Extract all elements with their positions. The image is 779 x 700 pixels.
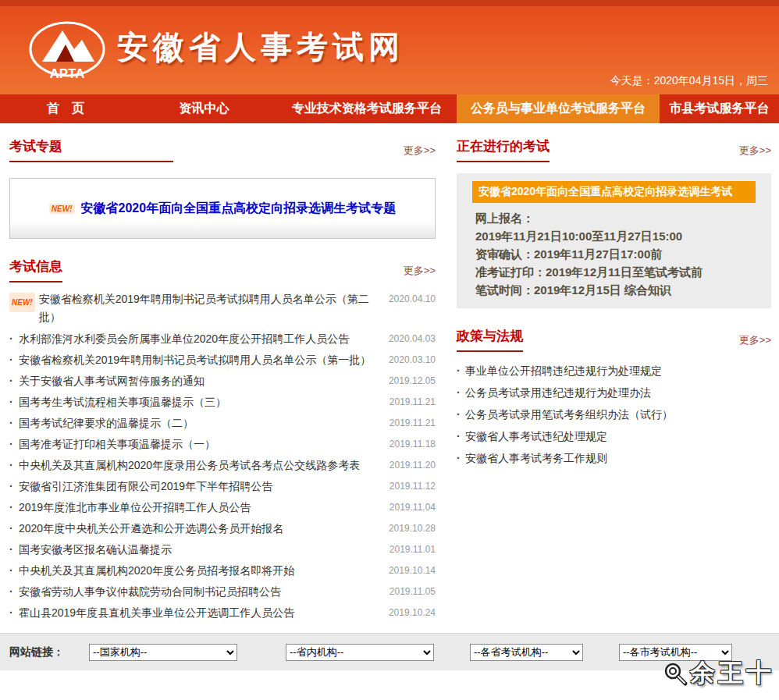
nav-item-news-center[interactable]: 资讯中心 (131, 94, 277, 123)
dropdown-national-agencies[interactable]: --国家机构-- (89, 644, 237, 661)
news-date: 2020.04.03 (379, 329, 436, 350)
new-icon: NEW! (9, 293, 35, 312)
left-column: 考试专题 更多>> NEW! 安徽省2020年面向全国重点高校定向招录选调生考试… (9, 137, 436, 633)
section-title-exam-info: 考试信息 (9, 258, 62, 282)
exam-detail-line: 网上报名： (475, 209, 760, 227)
site-header: APTA 安徽省人事考试网 今天是：2020年04月15日，周三 (0, 6, 779, 94)
section-title-ongoing-exam: 正在进行的考试 (457, 137, 550, 162)
news-row: 安徽省劳动人事争议仲裁院劳动合同制书记员招聘公告 2019.11.05 (9, 581, 436, 602)
policy-link[interactable]: 公务员考试录用违纪违规行为处理办法 (465, 382, 651, 403)
news-link[interactable]: 中央机关及其直属机构2020年度公务员招考报名即将开始 (19, 560, 379, 581)
nav-item-home[interactable]: 首 页 (0, 94, 131, 123)
news-date: 2019.11.20 (379, 455, 436, 476)
news-link[interactable]: 关于安徽省人事考试网暂停服务的通知 (19, 371, 379, 392)
dropdown-city-exam-agencies[interactable]: --各市考试机构-- (619, 644, 732, 661)
site-footer: 网站链接： --国家机构-- --省内机构-- --各省考试机构-- --各市考… (0, 633, 779, 670)
section-exam-topics-header: 考试专题 更多>> (9, 137, 436, 162)
news-date: 2019.11.12 (379, 476, 436, 497)
news-link[interactable]: 中央机关及其直属机构2020年度录用公务员考试各考点公交线路参考表 (19, 455, 379, 476)
top-strip (0, 0, 779, 6)
right-column: 正在进行的考试 更多>> 安徽省2020年面向全国重点高校定向招录选调生考试 网… (457, 137, 771, 633)
news-row: 水利部淮河水利委员会所属事业单位2020年度公开招聘工作人员公告 2020.04… (9, 329, 436, 350)
news-link[interactable]: 国考考生考试流程相关事项温馨提示（三） (19, 392, 379, 413)
news-link[interactable]: 国考准考证打印相关事项温馨提示（一） (19, 434, 379, 455)
exam-detail-line: 准考证打印：2019年12月11日至笔试考试前 (475, 263, 760, 281)
news-date: 2019.10.14 (379, 560, 436, 581)
site-title: 安徽省人事考试网 (117, 26, 404, 69)
nav-item-professional-platform[interactable]: 专业技术资格考试服务平台 (277, 94, 457, 123)
news-date: 2020.03.10 (379, 350, 436, 371)
featured-topic-box: NEW! 安徽省2020年面向全国重点高校定向招录选调生考试专题 (9, 178, 436, 239)
news-link[interactable]: 2020年度中央机关公开遴选和公开选调公务员开始报名 (19, 518, 379, 539)
more-link-exam-info[interactable]: 更多>> (404, 264, 436, 282)
section-policies-header: 政策与法规 更多>> (457, 327, 771, 352)
news-row: 国考准考证打印相关事项温馨提示（一） 2019.11.18 (9, 434, 436, 455)
news-link[interactable]: 国考考试纪律要求的温馨提示（二） (19, 413, 379, 434)
nav-item-city-county-platform[interactable]: 市县考试服务平台 (660, 94, 779, 123)
section-ongoing-exam-header: 正在进行的考试 更多>> (457, 137, 771, 162)
news-link[interactable]: 安徽省引江济淮集团有限公司2019年下半年招聘公告 (19, 476, 379, 497)
news-date: 2019.10.28 (379, 518, 436, 539)
news-row: 关于安徽省人事考试网暂停服务的通知 2019.12.05 (9, 371, 436, 392)
section-title-policies: 政策与法规 (457, 327, 523, 352)
news-row: 2019年度淮北市事业单位公开招聘工作人员公告 2019.11.04 (9, 497, 436, 518)
news-row: 安徽省引江济淮集团有限公司2019年下半年招聘公告 2019.11.12 (9, 476, 436, 497)
news-date: 2019.11.05 (379, 581, 436, 602)
section-exam-info-header: 考试信息 更多>> (9, 258, 436, 282)
news-date: 2019.11.01 (379, 539, 436, 560)
policy-link[interactable]: 事业单位公开招聘违纪违规行为处理规定 (465, 360, 662, 382)
news-link[interactable]: 安徽省检察机关2019年聘用制书记员考试拟聘用人员名单公示（第一批） (19, 350, 379, 371)
policy-row: 安徽省人事考试违纪处理规定 (457, 425, 771, 447)
more-link-exam-topics[interactable]: 更多>> (404, 144, 436, 162)
ongoing-exam-details: 网上报名： 2019年11月21日10:00至11月27日15:00 资审确认：… (468, 209, 760, 299)
main-content: 考试专题 更多>> NEW! 安徽省2020年面向全国重点高校定向招录选调生考试… (0, 123, 779, 633)
news-date: 2019.12.05 (379, 371, 436, 392)
ongoing-exam-box: 安徽省2020年面向全国重点高校定向招录选调生考试 网上报名： 2019年11月… (457, 173, 771, 308)
more-link-policies[interactable]: 更多>> (739, 333, 771, 352)
news-date: 2019.11.18 (379, 434, 436, 455)
apta-logo-icon: APTA (28, 20, 106, 82)
news-row: 国考安徽考区报名确认温馨提示 2019.11.01 (9, 539, 436, 560)
news-date: 2019.11.04 (379, 497, 436, 518)
more-link-ongoing-exam[interactable]: 更多>> (739, 144, 771, 162)
news-row: 中央机关及其直属机构2020年度公务员招考报名即将开始 2019.10.14 (9, 560, 436, 581)
news-row: 霍山县2019年度县直机关事业单位公开选调工作人员公告 2019.10.24 (9, 602, 436, 624)
news-link[interactable]: 安徽省劳动人事争议仲裁院劳动合同制书记员招聘公告 (19, 581, 379, 602)
new-icon: NEW! (49, 204, 75, 214)
news-date: 2019.10.24 (379, 602, 436, 624)
dropdown-province-exam-agencies[interactable]: --各省考试机构-- (470, 644, 583, 661)
dropdown-provincial-agencies[interactable]: --省内机构-- (286, 644, 434, 661)
news-date: 2020.04.10 (379, 290, 436, 308)
exam-detail-line: 2019年11月21日10:00至11月27日15:00 (475, 227, 760, 245)
news-link[interactable]: 霍山县2019年度县直机关事业单位公开选调工作人员公告 (19, 602, 379, 624)
main-nav: 首 页 资讯中心 专业技术资格考试服务平台 公务员与事业单位考试服务平台 市县考… (0, 94, 779, 123)
news-date: 2019.11.21 (379, 413, 436, 434)
policy-row: 公务员考试录用违纪违规行为处理办法 (457, 382, 771, 403)
news-row: NEW! 安徽省检察机关2019年聘用制书记员考试拟聘用人员名单公示（第二批） … (9, 289, 436, 329)
exam-detail-line: 资审确认：2019年11月27日17:00前 (475, 245, 760, 263)
exam-info-list: NEW! 安徽省检察机关2019年聘用制书记员考试拟聘用人员名单公示（第二批） … (9, 289, 436, 624)
policy-link[interactable]: 公务员考试录用笔试考务组织办法（试行） (465, 403, 673, 425)
exam-detail-line: 笔试时间：2019年12月15日 综合知识 (475, 281, 760, 299)
news-row: 国考考试纪律要求的温馨提示（二） 2019.11.21 (9, 413, 436, 434)
news-row: 2020年度中央机关公开遴选和公开选调公务员开始报名 2019.10.28 (9, 518, 436, 539)
logo-text: APTA (49, 66, 84, 81)
ongoing-exam-banner[interactable]: 安徽省2020年面向全国重点高校定向招录选调生考试 (472, 181, 756, 203)
policy-link[interactable]: 安徽省人事考试考务工作规则 (465, 447, 607, 469)
news-link[interactable]: 国考安徽考区报名确认温馨提示 (19, 539, 379, 560)
news-row: 中央机关及其直属机构2020年度录用公务员考试各考点公交线路参考表 2019.1… (9, 455, 436, 476)
policy-link[interactable]: 安徽省人事考试违纪处理规定 (465, 425, 607, 447)
news-date: 2019.11.21 (379, 392, 436, 413)
news-link[interactable]: 安徽省检察机关2019年聘用制书记员考试拟聘用人员名单公示（第二批） (39, 290, 379, 326)
footer-links-label: 网站链接： (9, 645, 64, 659)
news-row: 安徽省检察机关2019年聘用制书记员考试拟聘用人员名单公示（第一批） 2020.… (9, 350, 436, 371)
nav-item-civil-servant-platform[interactable]: 公务员与事业单位考试服务平台 (457, 94, 660, 123)
featured-topic-link[interactable]: 安徽省2020年面向全国重点高校定向招录选调生考试专题 (81, 201, 397, 217)
news-link[interactable]: 2019年度淮北市事业单位公开招聘工作人员公告 (19, 497, 379, 518)
news-row: 国考考生考试流程相关事项温馨提示（三） 2019.11.21 (9, 392, 436, 413)
policy-row: 安徽省人事考试考务工作规则 (457, 447, 771, 469)
policy-row: 公务员考试录用笔试考务组织办法（试行） (457, 403, 771, 425)
header-date: 今天是：2020年04月15日，周三 (610, 74, 768, 88)
news-link[interactable]: 水利部淮河水利委员会所属事业单位2020年度公开招聘工作人员公告 (19, 329, 379, 350)
policy-list: 事业单位公开招聘违纪违规行为处理规定 公务员考试录用违纪违规行为处理办法 公务员… (457, 360, 771, 469)
